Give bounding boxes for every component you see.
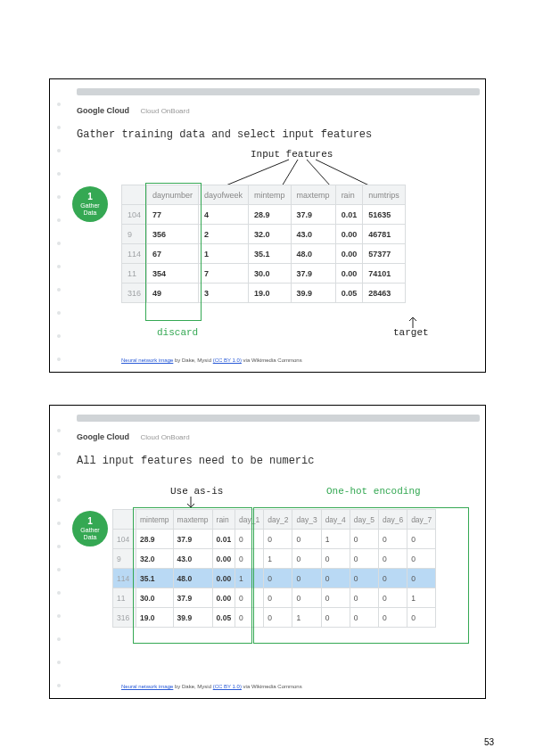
cell: 1 bbox=[407, 588, 436, 608]
cell: 0 bbox=[378, 608, 407, 628]
th-maxtemp: maxtemp bbox=[173, 510, 212, 530]
th-maxtemp: maxtemp bbox=[291, 185, 335, 205]
credit-link-1[interactable]: Neural network image bbox=[121, 357, 173, 363]
cell: 0 bbox=[235, 549, 264, 569]
slide-1-inner: Google Cloud Cloud OnBoard Gather traini… bbox=[50, 79, 485, 372]
th-dayofweek: dayofweek bbox=[199, 185, 249, 205]
cell: 39.9 bbox=[291, 284, 335, 303]
cell: 0 bbox=[350, 588, 378, 608]
cell: 67 bbox=[147, 244, 199, 264]
th-numtrips: numtrips bbox=[363, 185, 406, 205]
table-row: 31619.039.90.050010000 bbox=[113, 608, 436, 628]
cell: 0 bbox=[264, 588, 292, 608]
credit-link-1[interactable]: Neural network image bbox=[121, 684, 173, 689]
th-mintemp: mintemp bbox=[249, 185, 292, 205]
cell: 0 bbox=[350, 530, 378, 549]
cell: 0.00 bbox=[212, 588, 235, 608]
cell: 37.9 bbox=[173, 530, 212, 549]
cell: 37.9 bbox=[291, 205, 335, 225]
table-row: 932.043.00.000100000 bbox=[113, 549, 436, 569]
credit-line: Neural network image by Dake, Mysid (CC … bbox=[121, 357, 302, 363]
credit-link-2[interactable]: (CC BY 1.0) bbox=[213, 357, 242, 363]
cell: 0 bbox=[407, 549, 436, 569]
th-daynumber: daynumber bbox=[147, 185, 199, 205]
cell: 356 bbox=[147, 225, 199, 244]
brand-name: Google Cloud bbox=[77, 432, 129, 441]
cell: 57377 bbox=[363, 244, 406, 264]
cell: 1 bbox=[199, 244, 249, 264]
slide-1-tbody: 10477428.937.90.01516359356232.043.00.00… bbox=[122, 205, 406, 303]
step-badge: 1 Gather Data bbox=[72, 186, 108, 222]
th-day1: day_1 bbox=[235, 510, 264, 530]
cell: 0.00 bbox=[335, 264, 363, 284]
cell: 51635 bbox=[363, 205, 406, 225]
brand-product: Cloud OnBoard bbox=[141, 107, 190, 115]
row-index: 104 bbox=[113, 530, 136, 549]
page-number: 53 bbox=[484, 737, 494, 747]
slide-1-thead-row: daynumber dayofweek mintemp maxtemp rain… bbox=[122, 185, 406, 205]
cell: 74101 bbox=[363, 264, 406, 284]
cell: 2 bbox=[199, 225, 249, 244]
cell: 28.9 bbox=[249, 205, 292, 225]
cell: 0 bbox=[292, 588, 321, 608]
cell: 0 bbox=[264, 569, 292, 588]
th-idx bbox=[113, 510, 136, 530]
row-index: 11 bbox=[122, 264, 147, 284]
table-row: 11435.148.00.001000000 bbox=[113, 569, 436, 588]
slide-1-title: Gather training data and select input fe… bbox=[77, 128, 372, 141]
cell: 1 bbox=[264, 549, 292, 569]
slide-2-table: mintemp maxtemp rain day_1 day_2 day_3 d… bbox=[112, 509, 436, 628]
cell: 35.1 bbox=[136, 569, 174, 588]
row-index: 9 bbox=[122, 225, 147, 244]
row-index: 114 bbox=[113, 569, 136, 588]
cell: 49 bbox=[147, 284, 199, 303]
cell: 0 bbox=[350, 569, 378, 588]
row-index: 104 bbox=[122, 205, 147, 225]
cell: 0.00 bbox=[212, 569, 235, 588]
brand-product: Cloud OnBoard bbox=[141, 433, 190, 441]
cell: 0 bbox=[407, 608, 436, 628]
table-row: 11467135.148.00.0057377 bbox=[122, 244, 406, 264]
cell: 0.05 bbox=[335, 284, 363, 303]
cell: 0 bbox=[350, 608, 378, 628]
cell: 30.0 bbox=[249, 264, 292, 284]
row-index: 316 bbox=[122, 284, 147, 303]
cell: 0 bbox=[235, 588, 264, 608]
cell: 0.00 bbox=[335, 244, 363, 264]
cell: 28.9 bbox=[136, 530, 174, 549]
th-rain: rain bbox=[335, 185, 363, 205]
cell: 0.05 bbox=[212, 608, 235, 628]
credit-via: via Wikimedia Commons bbox=[242, 684, 302, 689]
cell: 0 bbox=[321, 569, 350, 588]
cell: 48.0 bbox=[173, 569, 212, 588]
brand-name: Google Cloud bbox=[77, 106, 129, 115]
slide-2-inner: Google Cloud Cloud OnBoard All input fea… bbox=[50, 406, 485, 698]
th-day4: day_4 bbox=[321, 510, 350, 530]
credit-via: via Wikimedia Commons bbox=[242, 357, 302, 363]
slide-1-table: daynumber dayofweek mintemp maxtemp rain… bbox=[121, 185, 406, 303]
credit-link-2[interactable]: (CC BY 1.0) bbox=[213, 684, 242, 689]
cell: 0.01 bbox=[212, 530, 235, 549]
svg-line-0 bbox=[224, 160, 289, 186]
step-badge-num: 1 bbox=[87, 192, 93, 201]
table-row: 31649319.039.90.0528463 bbox=[122, 284, 406, 303]
th-rain: rain bbox=[212, 510, 235, 530]
th-mintemp: mintemp bbox=[136, 510, 174, 530]
th-day3: day_3 bbox=[292, 510, 321, 530]
cell: 0 bbox=[350, 549, 378, 569]
cell: 0 bbox=[264, 530, 292, 549]
cell: 77 bbox=[147, 205, 199, 225]
slide-top-bar bbox=[77, 415, 480, 422]
credit-by: by Dake, Mysid bbox=[173, 357, 212, 363]
brand-row: Google Cloud Cloud OnBoard bbox=[77, 432, 190, 441]
cell: 0.00 bbox=[212, 549, 235, 569]
svg-line-1 bbox=[282, 160, 298, 186]
cell: 4 bbox=[199, 205, 249, 225]
cell: 0 bbox=[378, 530, 407, 549]
step-badge-label: Gather Data bbox=[80, 202, 99, 216]
cell: 0 bbox=[378, 549, 407, 569]
cell: 0 bbox=[264, 608, 292, 628]
cell: 0.00 bbox=[335, 225, 363, 244]
cell: 35.1 bbox=[249, 244, 292, 264]
cell: 30.0 bbox=[136, 588, 174, 608]
